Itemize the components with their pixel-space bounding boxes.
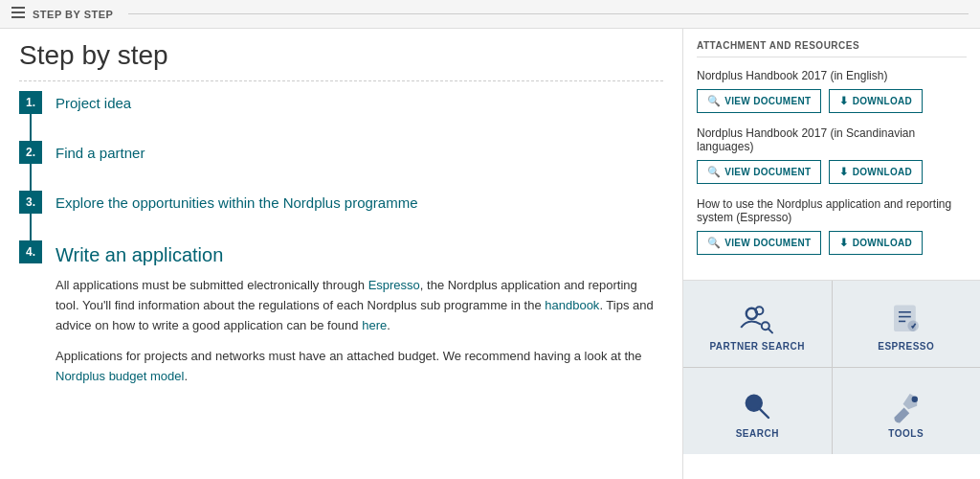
quick-link-tools[interactable]: TOOLS: [833, 368, 981, 454]
resource-1-download-btn[interactable]: ⬇ DOWNLOAD: [829, 89, 923, 113]
resource-2-name: Nordplus Handbook 2017 (in Scandinavian …: [697, 126, 967, 153]
step-3-line: [30, 214, 32, 240]
quick-link-search[interactable]: SEARCH: [683, 368, 832, 454]
resource-2: Nordplus Handbook 2017 (in Scandinavian …: [697, 126, 967, 184]
step-3-content: Explore the opportunities within the Nor…: [56, 191, 663, 230]
budget-model-link[interactable]: Nordplus budget model: [56, 369, 184, 383]
view-icon-3: 🔍: [707, 237, 721, 249]
step-1-left: 1.: [19, 91, 42, 141]
svg-rect-0: [11, 7, 25, 9]
view-icon-1: 🔍: [707, 95, 721, 107]
resource-3-name: How to use the Nordplus application and …: [697, 197, 967, 224]
step-3-link[interactable]: Explore the opportunities within the Nor…: [56, 194, 418, 211]
resource-2-view-btn[interactable]: 🔍 VIEW DOCUMENT: [697, 160, 821, 184]
download-icon-1: ⬇: [839, 95, 848, 107]
step-4-left: 4.: [19, 240, 42, 263]
svg-point-14: [911, 397, 917, 402]
step-4-content: Write an application All applications mu…: [56, 240, 663, 399]
quick-link-espresso[interactable]: ESPRESSO: [833, 281, 981, 367]
breadcrumb-title: STEP BY STEP: [33, 9, 113, 20]
quick-links-grid: PARTNER SEARCH ESPRESSO: [683, 281, 980, 454]
download-icon-3: ⬇: [839, 237, 848, 249]
step-4-number: 4.: [19, 240, 42, 263]
download-icon-2: ⬇: [839, 166, 848, 178]
step-1: 1. Project idea: [19, 91, 663, 141]
step-1-number: 1.: [19, 91, 42, 114]
step-2-content: Find a partner: [56, 141, 663, 180]
step-2: 2. Find a partner: [19, 141, 663, 191]
step-2-link[interactable]: Find a partner: [56, 145, 145, 161]
page-title: Step by step: [19, 40, 663, 81]
step-4-heading: Write an application: [56, 244, 663, 266]
step-1-line: [30, 114, 32, 141]
resource-2-download-btn[interactable]: ⬇ DOWNLOAD: [829, 160, 923, 184]
resource-2-view-label: VIEW DOCUMENT: [724, 167, 811, 177]
step-4-para-1: All applications must be submitted elect…: [56, 276, 663, 335]
step-2-line: [30, 164, 32, 191]
step-2-left: 2.: [19, 141, 42, 191]
top-bar: STEP BY STEP: [0, 0, 980, 29]
resource-3-download-label: DOWNLOAD: [853, 238, 912, 248]
svg-line-13: [760, 409, 768, 418]
resource-3-view-btn[interactable]: 🔍 VIEW DOCUMENT: [697, 231, 821, 255]
step-3-number: 3.: [19, 191, 42, 214]
resource-1-buttons: 🔍 VIEW DOCUMENT ⬇ DOWNLOAD: [697, 89, 967, 113]
step-3: 3. Explore the opportunities within the …: [19, 191, 663, 240]
here-link[interactable]: here: [362, 318, 387, 332]
tools-icon: [887, 387, 925, 428]
resource-2-download-label: DOWNLOAD: [853, 167, 912, 177]
search-label: SEARCH: [736, 428, 779, 439]
resource-1-download-label: DOWNLOAD: [853, 96, 912, 106]
resource-1-view-btn[interactable]: 🔍 VIEW DOCUMENT: [697, 89, 821, 113]
attachments-section: ATTACHMENT AND RESOURCES Nordplus Handbo…: [683, 29, 980, 281]
step-1-content: Project idea: [56, 91, 663, 130]
step-4-para-2: Applications for projects and networks m…: [56, 347, 663, 387]
view-icon-2: 🔍: [707, 166, 721, 178]
resource-3-download-btn[interactable]: ⬇ DOWNLOAD: [829, 231, 923, 255]
resource-1-name: Nordplus Handbook 2017 (in English): [697, 69, 967, 82]
step-2-number: 2.: [19, 141, 42, 164]
main-layout: Step by step 1. Project idea 2.: [0, 29, 980, 479]
handbook-link[interactable]: handbook: [545, 298, 599, 312]
resource-3-view-label: VIEW DOCUMENT: [724, 238, 811, 248]
espresso-link[interactable]: Espresso: [368, 278, 420, 292]
svg-rect-1: [11, 11, 25, 13]
quick-link-partner-search[interactable]: PARTNER SEARCH: [683, 281, 832, 367]
resource-1-view-label: VIEW DOCUMENT: [724, 96, 811, 106]
resource-1: Nordplus Handbook 2017 (in English) 🔍 VI…: [697, 69, 967, 113]
right-sidebar: ATTACHMENT AND RESOURCES Nordplus Handbo…: [683, 29, 980, 479]
svg-rect-2: [11, 16, 25, 18]
top-bar-divider: [128, 13, 969, 14]
steps-container: 1. Project idea 2. Find a partner: [19, 91, 663, 399]
attachments-title: ATTACHMENT AND RESOURCES: [697, 40, 967, 57]
espresso-icon: [887, 300, 925, 341]
step-3-left: 3.: [19, 191, 42, 240]
tools-label: TOOLS: [888, 428, 924, 439]
step-4: 4. Write an application All applications…: [19, 240, 663, 399]
espresso-label: ESPRESSO: [878, 341, 934, 352]
resource-3-buttons: 🔍 VIEW DOCUMENT ⬇ DOWNLOAD: [697, 231, 967, 255]
partner-search-label: PARTNER SEARCH: [709, 341, 805, 352]
step-1-link[interactable]: Project idea: [56, 95, 131, 111]
search-icon: [738, 387, 776, 428]
svg-line-6: [768, 329, 772, 332]
resource-2-buttons: 🔍 VIEW DOCUMENT ⬇ DOWNLOAD: [697, 160, 967, 184]
left-content: Step by step 1. Project idea 2.: [0, 29, 683, 479]
partner-search-icon: [738, 300, 776, 341]
menu-icon: [11, 6, 25, 23]
resource-3: How to use the Nordplus application and …: [697, 197, 967, 255]
